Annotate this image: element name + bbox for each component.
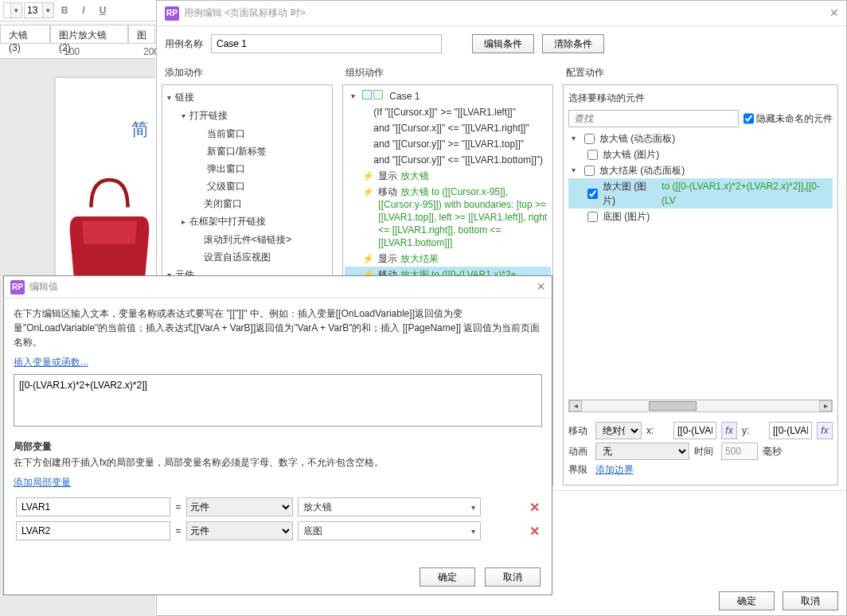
close-icon[interactable]: × <box>829 5 838 21</box>
scroll-left-icon[interactable]: ◂ <box>569 400 582 411</box>
add-bounds-link[interactable]: 添加边界 <box>595 463 634 477</box>
cfg-subhead: 选择要移动的元件 <box>568 90 833 110</box>
lvar-target-picker[interactable]: 底图▾ <box>298 521 481 540</box>
local-var-row: = 元件 底图▾ ✕ <box>14 521 542 540</box>
bold-icon[interactable]: B <box>56 2 73 19</box>
horizontal-scrollbar[interactable]: ◂ ▸ <box>568 400 833 412</box>
condition-row[interactable]: and "[[Cursor.y]]" >= "[[LVAR1.top]]" <box>345 136 551 152</box>
widget-tree-node[interactable]: ▾放大结果 (动态面板) <box>568 162 833 178</box>
case-name-input[interactable] <box>211 34 442 53</box>
tree-leaf[interactable]: 滚动到元件<锚链接> <box>164 231 330 248</box>
font-field[interactable] <box>3 2 11 18</box>
app-icon: RP <box>10 280 25 294</box>
condition-row[interactable]: and "[[Cursor.y]]" <= "[[LVAR1.bottom]]"… <box>345 152 551 168</box>
chevron-down-icon[interactable]: ▾ <box>11 2 22 18</box>
hide-unnamed-checkbox[interactable]: 隐藏未命名的元件 <box>744 110 833 127</box>
case-icon <box>362 90 383 103</box>
action-row[interactable]: ⚡ 显示 放大结果 <box>345 251 551 267</box>
tab[interactable]: 图 <box>128 25 155 43</box>
lvar-target-picker[interactable]: 放大镜▾ <box>298 497 481 517</box>
anim-select[interactable]: 无 <box>595 443 689 460</box>
cancel-button[interactable]: 取消 <box>485 567 541 587</box>
tree-leaf[interactable]: 设置自适应视图 <box>164 248 330 266</box>
chevron-right-icon[interactable]: ▸ <box>182 215 189 229</box>
insert-variable-link[interactable]: 插入变量或函数... <box>14 357 88 368</box>
widget-tree-leaf[interactable]: 放大镜 (图片) <box>568 146 833 162</box>
clear-condition-button[interactable]: 清除条件 <box>542 34 604 53</box>
y-input[interactable] <box>769 422 812 439</box>
widget-check[interactable] <box>587 189 598 199</box>
app-icon: RP <box>165 6 179 21</box>
scroll-right-icon[interactable]: ▸ <box>819 400 832 411</box>
equals-sign: = <box>173 497 184 517</box>
font-combo[interactable]: ▾ <box>3 2 22 18</box>
fx-button-y[interactable]: fx <box>817 422 833 439</box>
condition-row[interactable]: and "[[Cursor.x]]" <= "[[LVAR1.right]]" <box>345 120 551 136</box>
widget-check[interactable] <box>587 212 598 222</box>
case-row[interactable]: ▾ Case 1 <box>345 88 551 104</box>
expression-textarea[interactable]: [[0-(LVAR1.x)*2+(LVAR2.x)*2]] <box>14 374 542 427</box>
action-row[interactable]: ⚡ 显示 放大镜 <box>345 168 551 184</box>
cancel-button[interactable]: 取消 <box>783 591 838 610</box>
tree-node-links[interactable]: ▾链接 <box>164 88 330 107</box>
tree-leaf[interactable]: 新窗口/新标签 <box>164 142 330 160</box>
tree-leaf[interactable]: 弹出窗口 <box>164 160 330 177</box>
widget-tree-leaf[interactable]: 底图 (图片) <box>568 209 833 224</box>
duration-unit: 毫秒 <box>763 445 782 458</box>
hide-unnamed-checkbox-box[interactable] <box>744 110 754 127</box>
move-mode-select[interactable]: 绝对位 <box>595 422 642 439</box>
tab[interactable]: 大镜 (3) <box>0 25 50 43</box>
configure-action-header: 配置动作 <box>558 61 846 84</box>
scroll-thumb[interactable] <box>649 401 697 411</box>
local-vars-desc: 在下方创建用于插入fx的局部变量，局部变量名称必须是字母、数字，不允许包含空格。 <box>14 455 542 470</box>
description-text: 在下方编辑区输入文本，变量名称或表达式要写在 "[["]]" 中。例如：插入变量… <box>14 306 542 349</box>
action-row[interactable]: ⚡ 移动 放大镜 to ([[Cursor.x-95]], [[Cursor.y… <box>345 184 551 251</box>
fontsize-combo[interactable]: ▾ <box>24 2 54 18</box>
ruler: 100 200 <box>0 45 155 59</box>
widget-tree-node[interactable]: ▾放大镜 (动态面板) <box>568 131 833 146</box>
condition-row[interactable]: (If "[[Cursor.x]]" >= "[[LVAR1.left]]" <box>345 104 551 120</box>
duration-input <box>721 443 758 460</box>
chevron-down-icon[interactable]: ▾ <box>572 131 580 146</box>
chevron-down-icon[interactable]: ▾ <box>351 90 359 103</box>
lvar-type-select[interactable]: 元件 <box>186 521 293 540</box>
italic-icon[interactable]: I <box>75 2 92 19</box>
duration-label: 时间 <box>694 445 716 458</box>
widget-check[interactable] <box>584 134 595 144</box>
ok-button[interactable]: 确定 <box>719 591 775 610</box>
close-icon[interactable]: × <box>537 279 545 295</box>
titlebar: RP 用例编辑 <页面鼠标移动 时> × <box>157 1 846 26</box>
lvar-type-select[interactable]: 元件 <box>186 497 293 517</box>
lvar-name-input[interactable] <box>16 497 170 517</box>
local-vars-title: 局部变量 <box>14 440 542 454</box>
y-label: y: <box>742 425 764 436</box>
tree-node-open-in-frame[interactable]: ▸在框架中打开链接 <box>164 212 330 231</box>
underline-icon[interactable]: U <box>94 2 111 19</box>
chevron-down-icon[interactable]: ▾ <box>572 163 580 177</box>
edit-condition-button[interactable]: 编辑条件 <box>472 34 534 53</box>
fontsize-field[interactable] <box>24 2 43 18</box>
widget-check[interactable] <box>584 166 595 176</box>
add-local-var-link[interactable]: 添加局部变量 <box>14 477 71 488</box>
dialog-title: 编辑值 <box>29 280 58 294</box>
page-title-text: 简 <box>131 118 149 142</box>
widget-check[interactable] <box>587 150 598 160</box>
tree-leaf[interactable]: 当前窗口 <box>164 125 330 142</box>
fx-button-x[interactable]: fx <box>721 422 737 439</box>
tree-leaf[interactable]: 父级窗口 <box>164 177 330 195</box>
widget-search-input[interactable] <box>568 110 739 127</box>
widget-tree-leaf-selected[interactable]: 放大图 (图片) to ([[0-(LVAR1.x)*2+(LVAR2.x)*2… <box>568 178 833 209</box>
lightning-icon: ⚡ <box>362 170 375 182</box>
x-input[interactable] <box>673 422 716 439</box>
tab[interactable]: 图片放大镜 (2) <box>50 25 128 43</box>
add-actions-header: 添加动作 <box>157 61 338 84</box>
delete-icon[interactable]: ✕ <box>527 521 542 540</box>
chevron-down-icon[interactable]: ▾ <box>167 91 175 105</box>
ok-button[interactable]: 确定 <box>420 567 475 587</box>
chevron-down-icon[interactable]: ▾ <box>182 109 189 123</box>
tree-leaf[interactable]: 关闭窗口 <box>164 195 330 212</box>
lvar-name-input[interactable] <box>16 521 170 540</box>
tree-node-open-link[interactable]: ▾打开链接 <box>164 107 330 125</box>
delete-icon[interactable]: ✕ <box>527 497 542 517</box>
chevron-down-icon[interactable]: ▾ <box>43 2 54 18</box>
